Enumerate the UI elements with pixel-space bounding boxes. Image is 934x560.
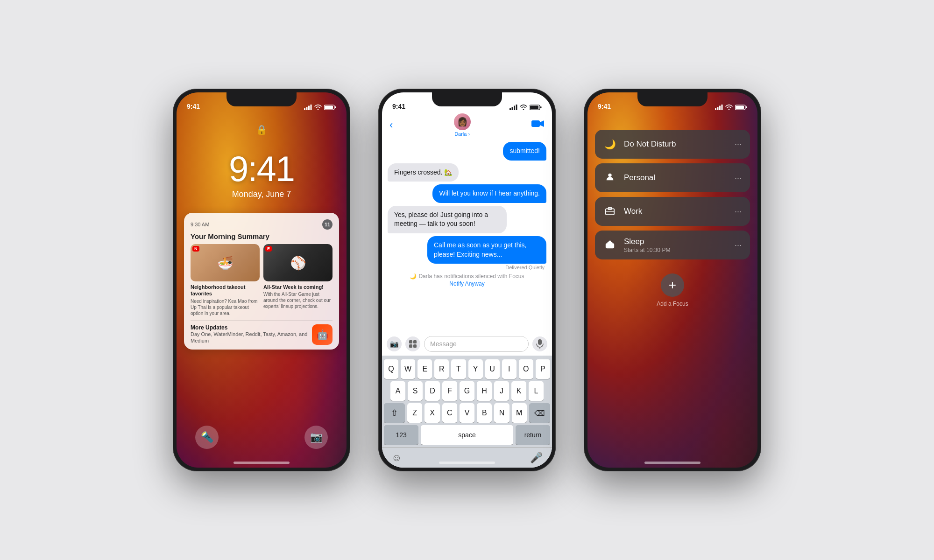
key-M[interactable]: M [512,403,527,423]
key-H[interactable]: H [477,381,492,401]
emoji-button[interactable]: ☺ [391,452,402,464]
article-2-headline: All-Star Week is coming! [263,284,333,290]
contact-avatar: 👩🏾 [454,113,471,130]
recv-bubble-2: Yes, please do! Just going into a meetin… [388,206,507,233]
focus-item-personal[interactable]: Personal ··· [595,163,750,192]
lock-bottom-controls: 🔦 📷 [177,426,347,449]
status-icons [715,105,747,110]
article-1: N Neighborhood takeout favorites Need in… [191,244,260,316]
key-L[interactable]: L [529,381,544,401]
svg-rect-12 [530,106,538,109]
notif-time: 9:30 AM [191,222,209,227]
notif-title: Your Morning Summary [191,232,333,240]
message-input[interactable]: Message [424,336,529,352]
keyboard-row-3: ⇧ Z X C V B N M ⌫ [384,403,550,423]
back-arrow-icon: ‹ [389,119,393,131]
key-Z[interactable]: Z [407,403,422,423]
video-call-button[interactable] [531,119,545,131]
key-Y[interactable]: Y [468,359,483,379]
message-input-area: 📷 Message [382,332,552,356]
keyboard-row-1: Q W E R T Y U I O P [384,359,550,379]
key-G[interactable]: G [460,381,474,401]
key-P[interactable]: P [536,359,550,379]
news-logo-1: N [192,246,199,252]
focus-label-dnd: Do Not Disturb [624,140,676,149]
back-button[interactable]: ‹ [389,119,393,131]
notif-count: 11 [322,219,333,230]
key-I[interactable]: I [502,359,517,379]
notif-more-title: More Updates [191,324,308,331]
signal-icon [715,105,723,110]
numbers-key[interactable]: 123 [384,425,418,445]
notif-more: More Updates Day One, WaterMinder, Reddi… [191,320,333,345]
svg-rect-5 [325,106,333,109]
apps-button[interactable] [405,336,420,351]
sleep-more-button[interactable]: ··· [735,240,742,250]
svg-rect-18 [413,344,417,348]
personal-more-button[interactable]: ··· [735,173,742,183]
key-X[interactable]: X [425,403,439,423]
status-icons [509,105,542,110]
message-placeholder: Message [430,340,457,348]
focus-item-dnd[interactable]: 🌙 Do Not Disturb ··· [595,130,750,159]
key-J[interactable]: J [494,381,509,401]
sent-bubble-1: submitted! [503,142,546,161]
lock-icon: 🔒 [256,124,268,135]
status-time: 9:41 [187,103,200,110]
notify-anyway-button[interactable]: Notify Anyway [449,280,484,287]
audio-button[interactable] [532,336,547,351]
key-D[interactable]: D [425,381,440,401]
focus-item-sleep[interactable]: Sleep Starts at 10:30 PM ··· [595,231,750,259]
focus-item-work[interactable]: Work ··· [595,197,750,226]
moon-icon: 🌙 [603,139,616,150]
svg-rect-8 [512,107,513,111]
key-S[interactable]: S [408,381,423,401]
key-C[interactable]: C [442,403,457,423]
camera-button[interactable]: 📷 [304,426,328,449]
delivered-status: Delivered Quietly [505,265,545,270]
svg-rect-3 [311,105,312,110]
messages-phone: 9:41 [378,89,556,471]
keyboard-row-2: A S D F G H J K L [384,381,550,401]
key-K[interactable]: K [511,381,526,401]
key-V[interactable]: V [460,403,474,423]
focus-item-work-left: Work [603,205,642,218]
focus-label-work: Work [624,207,642,216]
flashlight-button[interactable]: 🔦 [195,426,219,449]
camera-button[interactable]: 📷 [387,336,402,351]
add-focus-button[interactable]: + [661,273,684,297]
article-1-headline: Neighborhood takeout favorites [191,284,260,297]
work-more-button[interactable]: ··· [735,207,742,217]
recv-bubble-1: Fingers crossed. 🏡 [388,163,459,182]
focus-notice-text: Darla has notifications silenced with Fo… [418,273,524,280]
dnd-more-button[interactable]: ··· [735,140,742,149]
contact-info[interactable]: 👩🏾 Darla › [454,113,471,137]
key-B[interactable]: B [477,403,492,423]
article-1-body: Need inspiration? Kea Mao from Up Thai i… [191,298,260,316]
key-E[interactable]: E [417,359,432,379]
notif-more-text: More Updates Day One, WaterMinder, Reddi… [191,324,308,344]
key-F[interactable]: F [442,381,457,401]
wifi-icon [520,105,527,110]
focus-item-dnd-left: 🌙 Do Not Disturb [603,139,676,150]
return-key[interactable]: return [516,425,550,445]
shift-key[interactable]: ⇧ [384,403,405,423]
key-O[interactable]: O [519,359,533,379]
key-A[interactable]: A [390,381,405,401]
svg-rect-27 [746,106,747,108]
key-W[interactable]: W [401,359,415,379]
key-T[interactable]: T [451,359,466,379]
key-R[interactable]: R [434,359,449,379]
wifi-icon [725,105,733,110]
key-Q[interactable]: Q [384,359,398,379]
key-U[interactable]: U [485,359,500,379]
svg-rect-21 [715,108,716,110]
delete-key[interactable]: ⌫ [529,403,550,423]
battery-icon [735,105,747,110]
wifi-icon [314,105,322,110]
notch [226,92,297,106]
lock-time: 9:41 [177,148,347,189]
space-key[interactable]: space [421,425,513,445]
mic-button[interactable]: 🎤 [530,452,543,464]
key-N[interactable]: N [494,403,509,423]
